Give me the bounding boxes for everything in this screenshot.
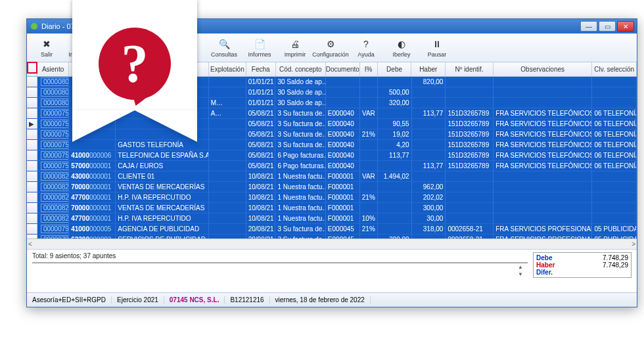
toolbar-config-button[interactable]: ⚙Configuración xyxy=(313,35,348,61)
cell-cc: 1 Nuestra factu… xyxy=(275,203,325,213)
column-header[interactable]: Haber xyxy=(411,62,446,76)
table-row[interactable]: 000007557000000001CAJA / EUROS05/08/216 … xyxy=(27,161,637,171)
toolbar-salir-button[interactable]: ✖Salir xyxy=(30,35,64,61)
table-row[interactable]: 000008270000000001VENTAS DE MERCADERÍAS1… xyxy=(27,203,637,213)
cell-de xyxy=(378,182,412,192)
toolbar-consultas-button[interactable]: 🔍Consultas xyxy=(207,35,241,61)
toolbar-label: Pausar xyxy=(428,51,447,58)
column-header[interactable]: Asiento xyxy=(37,62,69,76)
cell-ni xyxy=(446,203,494,213)
cell-iv xyxy=(360,235,378,238)
toolbar-label: Configuración xyxy=(312,51,349,58)
help-ribbon-overlay: ? xyxy=(72,0,197,143)
toolbar-iberley-button[interactable]: ◐Iberley xyxy=(384,35,419,61)
cell-fe: 10/08/21 xyxy=(246,182,276,192)
cell-cl xyxy=(592,203,637,213)
ribbon-notch xyxy=(72,110,197,142)
cell-as: 0000082 xyxy=(37,203,69,213)
cell-ni: 151D3265789 xyxy=(446,129,494,139)
row-indicator xyxy=(27,150,37,160)
toolbar-imprimir-button[interactable]: 🖨Imprimir xyxy=(278,35,312,61)
sum-difer-label: Difer. xyxy=(536,269,553,276)
cell-sc: 62300000003 xyxy=(69,235,116,238)
cell-as: 0000080 xyxy=(37,87,69,97)
cell-fe: 01/01/21 xyxy=(246,87,276,97)
cell-ex xyxy=(209,119,246,129)
column-header[interactable]: Nº identif. xyxy=(446,62,494,76)
table-row[interactable]: 000007541000000006TELEFONICA DE ESPAÑA S… xyxy=(27,150,637,161)
column-header[interactable]: Clv. selección xyxy=(592,62,637,76)
column-header[interactable]: Fecha xyxy=(246,62,276,76)
table-row[interactable]: 000008270000000001VENTAS DE MERCADERÍAS1… xyxy=(27,182,637,192)
memo-up-icon[interactable]: ▲ xyxy=(515,264,526,270)
toolbar-informes-button[interactable]: 📄Informes xyxy=(242,35,277,61)
cell-cl: 06 TELEFONÍA xyxy=(592,161,637,171)
scroll-left-icon[interactable]: < xyxy=(28,240,32,248)
cell-de xyxy=(378,161,412,171)
status-cif: B12121216 xyxy=(225,296,269,303)
row-indicator xyxy=(27,182,37,192)
cell-fe: 20/08/21 xyxy=(246,235,276,238)
cell-iv xyxy=(360,150,378,160)
column-header[interactable]: Explotación xyxy=(209,62,246,76)
asiento-value: 0000079 xyxy=(41,235,69,238)
app-icon xyxy=(30,22,39,31)
table-row[interactable]: 000008243000000001CLIENTE 0110/08/211 Nu… xyxy=(27,171,637,182)
cell-de: 113,77 xyxy=(378,150,412,160)
column-header[interactable]: Cód. concepto xyxy=(276,62,326,76)
cell-cl xyxy=(592,192,637,202)
memo-down-icon[interactable]: ▼ xyxy=(515,271,526,277)
totals-label: Total: 9 asientos; 37 apuntes xyxy=(32,252,528,259)
cell-ha: 113,77 xyxy=(412,108,446,118)
table-row[interactable]: 000008247700000001H.P. IVA REPERCUTIDO10… xyxy=(27,192,637,203)
cell-cc: 6 Pago facturas… xyxy=(275,150,325,160)
asiento-value: 0000082 xyxy=(41,172,69,181)
table-row[interactable]: 000008247700000001H.P. IVA REPERCUTIDO10… xyxy=(27,213,637,224)
table-row[interactable]: 000007962300000003SERVICIOS DE PUBLICIDA… xyxy=(27,235,637,238)
table-row[interactable]: 000007941000000005AGENCIA DE PUBLICIDAD2… xyxy=(27,224,637,235)
cell-as: 0000082 xyxy=(37,182,69,192)
status-mode: Asesoría+ED+SII+RGPD xyxy=(27,296,112,303)
horizontal-scrollbar[interactable]: < > xyxy=(27,238,637,249)
row-indicator: ▶ xyxy=(27,119,37,129)
status-empresa: 07145 NCS, S.L. xyxy=(164,296,225,303)
column-header[interactable]: Observaciones xyxy=(494,62,592,76)
cell-as: 0000082 xyxy=(37,213,69,223)
maximize-button[interactable]: ▭ xyxy=(599,21,616,32)
cell-de xyxy=(378,224,412,234)
cell-as: 0000075 xyxy=(37,119,69,129)
cell-ni: 0002658-21 xyxy=(446,224,494,234)
column-header[interactable]: Debe xyxy=(378,62,412,76)
column-header[interactable]: Documento xyxy=(326,62,360,76)
cell-cl: 06 TELEFONÍA xyxy=(592,150,637,160)
cell-de: 1.494,02 xyxy=(378,171,412,181)
scroll-right-icon[interactable]: > xyxy=(632,240,635,248)
column-header[interactable]: I% xyxy=(360,62,378,76)
cell-dc: E000040 xyxy=(326,119,360,129)
cell-iv xyxy=(360,77,378,87)
cell-ex xyxy=(209,224,246,234)
cell-cc: 30 Saldo de ap… xyxy=(275,87,325,97)
asiento-value: 0000079 xyxy=(41,225,69,233)
informes-icon: 📄 xyxy=(253,37,266,51)
close-button[interactable]: ✕ xyxy=(617,21,634,32)
cell-as: 0000079 xyxy=(37,235,69,238)
memo-input[interactable]: ▲ ▼ xyxy=(32,262,528,263)
cell-ob: FRA SERVICIOS TELEFÓNICOS xyxy=(494,108,592,118)
cell-sc: 57000000001 xyxy=(69,161,116,171)
cell-cl xyxy=(592,87,637,97)
cell-dc: F000001 xyxy=(326,171,360,181)
toolbar-ayuda-button[interactable]: ?Ayuda xyxy=(349,35,383,61)
cell-ha xyxy=(412,87,446,97)
cell-fe: 05/08/21 xyxy=(246,140,276,150)
cell-as: 0000075 xyxy=(37,140,69,150)
cell-iv xyxy=(360,203,378,213)
cell-ni xyxy=(446,192,494,202)
minimize-button[interactable]: — xyxy=(580,21,597,32)
sum-debe-value: 7.748,29 xyxy=(603,254,628,261)
toolbar-pausar-button[interactable]: ⏸Pausar xyxy=(420,35,454,61)
cell-de: 500,00 xyxy=(378,87,412,97)
cell-de xyxy=(378,213,412,223)
row-indicator xyxy=(27,213,37,223)
cell-ni xyxy=(446,87,494,97)
